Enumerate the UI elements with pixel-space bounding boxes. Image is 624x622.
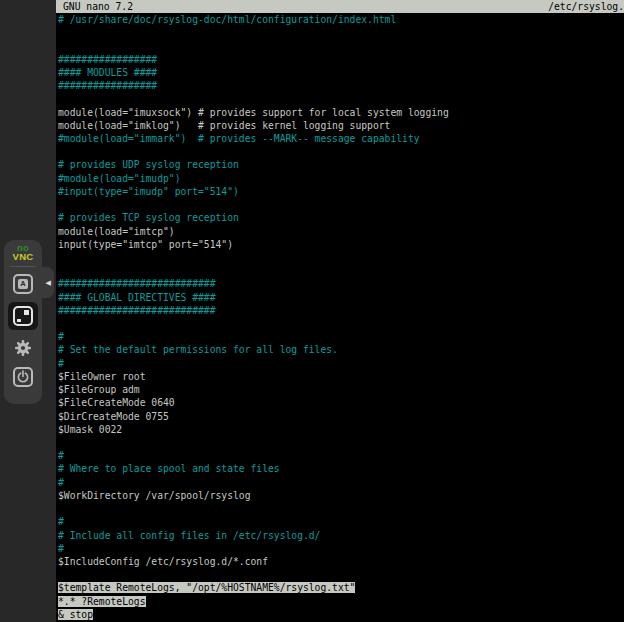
fullscreen-icon xyxy=(13,306,33,326)
novnc-logo: no VNC xyxy=(13,244,34,261)
code-line: # provides TCP syslog reception xyxy=(56,211,624,224)
code-line: # xyxy=(56,357,624,370)
code-line: $WorkDirectory /var/spool/rsyslog xyxy=(56,489,624,502)
code-line: #### GLOBAL DIRECTIVES #### xyxy=(56,291,624,304)
code-line: $DirCreateMode 0755 xyxy=(56,410,624,423)
code-line xyxy=(56,26,624,39)
code-line: #input(type="imudp" port="514") xyxy=(56,185,624,198)
code-line: # xyxy=(56,476,624,489)
code-line xyxy=(56,145,624,158)
code-line: ################# xyxy=(56,79,624,92)
nano-version-label: GNU nano 7.2 xyxy=(63,0,133,13)
code-line: #### MODULES #### xyxy=(56,66,624,79)
code-line: #module(load="immark") # provides --MARK… xyxy=(56,132,624,145)
code-line: # xyxy=(56,542,624,555)
code-line: $FileGroup adm xyxy=(56,383,624,396)
terminal-screen[interactable]: GNU nano 7.2 /etc/rsyslog. # /usr/share/… xyxy=(56,0,624,622)
power-icon xyxy=(13,367,33,387)
code-line: # Include all config files in /etc/rsysl… xyxy=(56,529,624,542)
code-line xyxy=(56,264,624,277)
code-line: $template RemoteLogs, "/opt/%HOSTNAME%/r… xyxy=(56,581,624,594)
code-line: $IncludeConfig /etc/rsyslog.d/*.conf xyxy=(56,555,624,568)
code-line xyxy=(56,251,624,264)
collapse-arrow-icon: ◀ xyxy=(46,279,51,287)
code-line: *.* ?RemoteLogs xyxy=(56,595,624,608)
fullscreen-button-active-state xyxy=(8,302,38,330)
code-line: #module(load="imudp") xyxy=(56,172,624,185)
code-line xyxy=(56,502,624,515)
code-line: # Set the default permissions for all lo… xyxy=(56,343,624,356)
code-line xyxy=(56,568,624,581)
nano-filename: /etc/rsyslog. xyxy=(548,0,624,13)
code-line: # xyxy=(56,449,624,462)
keyboard-button[interactable]: A xyxy=(12,273,34,295)
code-line: # xyxy=(56,330,624,343)
code-line: module(load="imuxsock") # provides suppo… xyxy=(56,106,624,119)
code-line xyxy=(56,39,624,52)
code-line: input(type="imtcp" port="514") xyxy=(56,238,624,251)
editor-buffer: # /usr/share/doc/rsyslog-doc/html/config… xyxy=(56,13,624,622)
code-line: ########################### xyxy=(56,277,624,290)
disconnect-button[interactable] xyxy=(12,366,34,388)
code-line: ########################### xyxy=(56,304,624,317)
code-line: # xyxy=(56,515,624,528)
gear-icon xyxy=(12,337,34,359)
code-line: $FileCreateMode 0640 xyxy=(56,396,624,409)
desktop: GNU nano 7.2 /etc/rsyslog. # /usr/share/… xyxy=(0,0,624,622)
code-line: # /usr/share/doc/rsyslog-doc/html/config… xyxy=(56,13,624,26)
code-line: module(load="imklog") # provides kernel … xyxy=(56,119,624,132)
code-line: & stop xyxy=(56,608,624,621)
code-line xyxy=(56,198,624,211)
toolbar-divider xyxy=(10,266,36,267)
code-line xyxy=(56,92,624,105)
code-line xyxy=(56,317,624,330)
fullscreen-button[interactable] xyxy=(12,305,34,327)
keyboard-icon: A xyxy=(13,274,33,294)
settings-button[interactable] xyxy=(12,337,34,359)
code-line: # provides UDP syslog reception xyxy=(56,158,624,171)
code-line: module(load="imtcp") xyxy=(56,225,624,238)
nano-titlebar: GNU nano 7.2 /etc/rsyslog. xyxy=(56,0,624,13)
code-line xyxy=(56,436,624,449)
vnc-control-bar: no VNC A xyxy=(4,240,42,404)
code-line: $FileOwner root xyxy=(56,370,624,383)
code-line: $Umask 0022 xyxy=(56,423,624,436)
code-line: ################# xyxy=(56,53,624,66)
code-line: # Where to place spool and state files xyxy=(56,462,624,475)
